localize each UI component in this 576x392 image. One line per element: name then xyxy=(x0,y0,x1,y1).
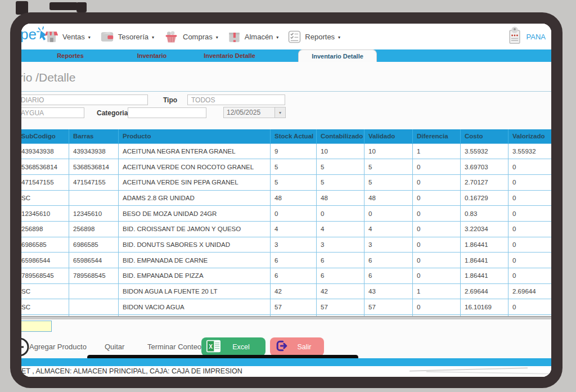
account-widget[interactable]: PANA xyxy=(506,26,546,47)
table-cell[interactable]: SC xyxy=(21,299,69,315)
table-cell[interactable]: 48 xyxy=(364,190,413,206)
table-cell[interactable]: 5 xyxy=(364,159,413,175)
table-cell[interactable]: ACEITUNA VERDE CON ROCOTO GRANEL xyxy=(119,159,271,175)
agregar-producto-button[interactable]: Agregar Producto xyxy=(29,343,87,351)
table-cell[interactable]: 0.16729 xyxy=(461,190,508,206)
table-cell[interactable]: BIDON AGUA LA FUENTE 20 LT xyxy=(119,283,271,299)
table-cell[interactable]: 0 xyxy=(413,174,461,190)
table-cell[interactable]: 6986585 xyxy=(21,237,69,253)
table-cell[interactable]: 0 xyxy=(413,299,461,315)
table-cell[interactable]: 256898 xyxy=(21,221,69,237)
almacen-input[interactable] xyxy=(21,107,84,118)
tab-inventario-detalle[interactable]: Inventario Detalle xyxy=(190,49,269,62)
column-header[interactable]: Stock Actual xyxy=(271,129,317,143)
table-cell[interactable]: 0 xyxy=(508,299,552,315)
table-cell[interactable]: 5 xyxy=(271,174,317,190)
table-row[interactable]: SCBIDON AGUA LA FUENTE 20 LT42424312.696… xyxy=(21,283,551,299)
search-input[interactable] xyxy=(21,94,148,105)
column-header[interactable]: Contabilizado xyxy=(317,129,364,143)
table-cell[interactable]: 256898 xyxy=(69,221,119,237)
table-cell[interactable]: 471547155 xyxy=(69,174,119,190)
table-cell[interactable]: 1 xyxy=(413,143,461,159)
table-cell[interactable]: 1.86441 xyxy=(461,253,508,268)
table-cell[interactable]: 5368536814 xyxy=(69,159,119,175)
table-cell[interactable]: 6 xyxy=(317,253,364,268)
table-cell[interactable]: 16.10169 xyxy=(461,299,508,315)
table-cell[interactable]: 0 xyxy=(413,206,461,222)
table-cell[interactable]: 48 xyxy=(271,190,317,206)
table-cell[interactable]: ACEITUNA VERDE SIN PEPA GRANEL xyxy=(119,174,271,190)
table-cell[interactable]: 3.55932 xyxy=(508,143,552,159)
table-cell[interactable]: SC xyxy=(21,190,69,206)
column-header[interactable]: Costo xyxy=(461,129,508,143)
table-cell[interactable]: 789568545 xyxy=(69,268,119,284)
table-cell[interactable]: 0 xyxy=(508,221,552,237)
table-cell[interactable]: 0.83 xyxy=(461,206,508,222)
column-header[interactable]: Diferencia xyxy=(413,129,461,143)
menu-item-ventas[interactable]: Ventas▾ xyxy=(44,30,91,44)
table-cell[interactable]: 3 xyxy=(271,237,317,253)
table-cell[interactable]: BID. EMPANADA DE PIZZA xyxy=(119,268,271,284)
table-cell[interactable]: BID. DONUTS SABORES X UNIDAD xyxy=(119,237,271,253)
table-cell[interactable]: BIDON VACIO AGUA xyxy=(119,299,271,315)
table-cell[interactable]: 0 xyxy=(508,174,552,190)
table-cell[interactable]: 0 xyxy=(508,190,552,206)
tab-inventario[interactable]: Inventario xyxy=(121,49,183,62)
table-cell[interactable]: 0 xyxy=(413,268,461,284)
table-cell[interactable]: 0 xyxy=(508,253,552,268)
table-cell[interactable]: 1.86441 xyxy=(461,268,508,284)
table-row[interactable]: 439343938439343938ACEITUNA NEGRA ENTERA … xyxy=(21,143,551,159)
tab-reportes[interactable]: Reportes xyxy=(39,49,101,62)
table-cell[interactable]: 12345610 xyxy=(69,206,119,222)
table-cell[interactable]: 57 xyxy=(271,299,317,315)
menu-item-almacen[interactable]: Almacén▾ xyxy=(227,30,279,44)
table-cell[interactable]: 2.69644 xyxy=(508,283,552,299)
salir-button[interactable]: Salir xyxy=(270,337,324,356)
table-cell[interactable]: 9 xyxy=(271,143,317,159)
table-cell[interactable]: 6 xyxy=(271,268,317,284)
table-cell[interactable]: 1 xyxy=(413,283,461,299)
tipo-input[interactable] xyxy=(187,94,285,105)
table-cell[interactable] xyxy=(69,190,119,206)
table-cell[interactable]: 471547155 xyxy=(21,174,69,190)
column-header[interactable]: Barras xyxy=(69,129,119,143)
table-row[interactable]: 789568545789568545BID. EMPANADA DE PIZZA… xyxy=(21,268,551,284)
table-row[interactable]: 69865856986585BID. DONUTS SABORES X UNID… xyxy=(21,237,551,253)
table-cell[interactable]: 6 xyxy=(317,268,364,284)
date-picker[interactable]: 12/05/2025 ▾ xyxy=(223,107,286,118)
table-cell[interactable]: 57 xyxy=(317,299,364,315)
table-row[interactable]: 53685368145368536814ACEITUNA VERDE CON R… xyxy=(21,159,551,175)
table-cell[interactable]: 48 xyxy=(317,190,364,206)
column-header[interactable]: Producto xyxy=(119,129,271,143)
table-cell[interactable]: 65986544 xyxy=(69,253,119,268)
table-cell[interactable]: 3 xyxy=(317,237,364,253)
menu-item-compras[interactable]: Compras▾ xyxy=(163,30,218,44)
table-row[interactable]: 256898256898BID. CROISSANT DE JAMON Y QU… xyxy=(21,221,551,237)
table-cell[interactable]: 4 xyxy=(271,221,317,237)
table-cell[interactable]: ADAMS 2.8 GR UNIDAD xyxy=(119,190,271,206)
table-cell[interactable]: 0 xyxy=(508,268,552,284)
table-row[interactable]: 6598654465986544BID. EMPANADA DE CARNE66… xyxy=(21,253,551,268)
table-cell[interactable]: BESO DE MOZA UNIDAD 24GR xyxy=(119,206,271,222)
table-cell[interactable]: 4 xyxy=(364,221,413,237)
table-cell[interactable]: 6986585 xyxy=(69,237,119,253)
tab-inventario-detalle-active[interactable]: Inventario Detalle xyxy=(298,49,377,62)
table-cell[interactable]: 0 xyxy=(413,221,461,237)
table-cell[interactable]: 42 xyxy=(271,283,317,299)
table-cell[interactable]: 5 xyxy=(364,174,413,190)
column-header[interactable]: Validado xyxy=(364,129,413,143)
table-row[interactable]: SCBIDON VACIO AGUA575757016.101690 xyxy=(21,299,551,315)
table-cell[interactable]: BID. CROISSANT DE JAMON Y QUESO xyxy=(119,221,271,237)
table-row[interactable]: SCADAMS 2.8 GR UNIDAD48484800.167290 xyxy=(21,190,551,206)
terminar-conteo-button[interactable]: Terminar Conteo xyxy=(147,343,201,351)
table-cell[interactable]: 3.55932 xyxy=(461,143,508,159)
table-row[interactable]: 471547155471547155ACEITUNA VERDE SIN PEP… xyxy=(21,174,551,190)
table-cell[interactable]: 3 xyxy=(364,237,413,253)
menu-item-reportes[interactable]: Reportes▾ xyxy=(287,30,340,44)
table-cell[interactable]: 5 xyxy=(317,174,364,190)
table-cell[interactable]: 57 xyxy=(364,299,413,315)
table-cell[interactable]: BID. EMPANADA DE CARNE xyxy=(119,253,271,268)
menu-item-tesoreria[interactable]: Tesorería▾ xyxy=(100,30,154,43)
table-cell[interactable]: 0 xyxy=(413,159,461,175)
horizontal-scrollbar[interactable] xyxy=(21,316,551,319)
